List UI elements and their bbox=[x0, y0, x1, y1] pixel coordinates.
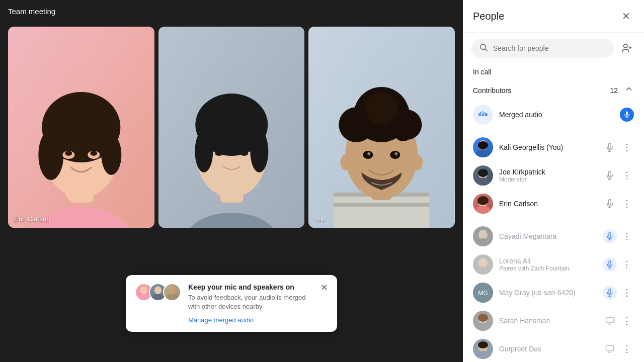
toast-content: Keep your mic and speakers on To avoid f… bbox=[188, 283, 313, 324]
video-tile-erin: Erin Carlson bbox=[8, 27, 154, 228]
gurpreet-screen-icon bbox=[603, 342, 617, 356]
svg-point-17 bbox=[195, 130, 213, 172]
participant-joe-subtitle: Moderator bbox=[499, 176, 597, 183]
participant-kali-actions: ⋮ bbox=[603, 140, 634, 154]
svg-point-9 bbox=[65, 151, 72, 156]
svg-point-36 bbox=[411, 154, 423, 170]
participant-sarah-actions: ⋮ bbox=[603, 314, 634, 328]
toast-close-button[interactable]: ✕ bbox=[320, 283, 328, 292]
toast-avatars bbox=[135, 283, 181, 301]
svg-point-86 bbox=[475, 323, 491, 331]
svg-point-64 bbox=[475, 177, 491, 186]
participant-kali: Kali Georgellis (You) ⋮ bbox=[467, 133, 640, 161]
lorena-more-button[interactable]: ⋮ bbox=[620, 257, 634, 272]
erin-more-button[interactable]: ⋮ bbox=[620, 197, 634, 211]
add-person-button[interactable] bbox=[618, 39, 636, 57]
merged-audio-item: Merged audio bbox=[467, 101, 640, 129]
participant-lorena-subtitle: Paired with Zach Fountain bbox=[499, 265, 597, 272]
participant-gurpreet-name: Gurpreet Das bbox=[499, 345, 597, 353]
toast-avatar-3 bbox=[163, 283, 181, 301]
svg-point-58 bbox=[478, 141, 488, 149]
svg-point-33 bbox=[349, 120, 369, 140]
svg-point-92 bbox=[475, 351, 491, 359]
svg-point-10 bbox=[90, 151, 97, 156]
svg-point-35 bbox=[341, 154, 353, 170]
people-panel: People ✕ In call Contributors 12 bbox=[463, 0, 644, 362]
divider-1 bbox=[473, 131, 634, 131]
participant-cayadi-actions: ⋮ bbox=[603, 229, 634, 243]
manage-merged-audio-link[interactable]: Manage merged audio bbox=[188, 316, 313, 324]
video-label-you: You bbox=[314, 215, 326, 223]
cayadi-more-button[interactable]: ⋮ bbox=[620, 229, 634, 243]
participant-sarah-info: Sarah Hansman bbox=[499, 317, 597, 325]
svg-point-46 bbox=[166, 294, 179, 300]
contributors-count: 12 bbox=[610, 86, 618, 95]
may-more-button[interactable]: ⋮ bbox=[620, 286, 634, 300]
chevron-up-icon[interactable] bbox=[624, 84, 634, 97]
participant-erin-info: Erin Carlson bbox=[499, 200, 597, 208]
may-mic-icon bbox=[603, 286, 617, 300]
svg-point-44 bbox=[152, 294, 165, 300]
svg-point-11 bbox=[65, 184, 87, 202]
avatar-may: MG bbox=[473, 283, 493, 303]
erin-download-icon bbox=[603, 197, 617, 211]
svg-point-85 bbox=[478, 314, 488, 322]
video-label-erin: Erin Carlson bbox=[14, 215, 50, 223]
lorena-mic-icon bbox=[603, 257, 617, 272]
svg-text:MG: MG bbox=[478, 290, 488, 297]
divider-2 bbox=[473, 220, 634, 220]
participant-cayadi: Cayadi Megantara ⋮ bbox=[467, 222, 640, 250]
participants-list: Merged audio bbox=[463, 101, 644, 362]
svg-rect-24 bbox=[334, 203, 430, 207]
joe-download-icon bbox=[603, 168, 617, 183]
participant-gurpreet-actions: ⋮ bbox=[603, 342, 634, 356]
contributors-section-header[interactable]: Contributors 12 bbox=[463, 80, 644, 101]
svg-point-49 bbox=[624, 44, 627, 48]
search-input[interactable] bbox=[493, 44, 606, 52]
video-tile-you: You bbox=[308, 27, 455, 228]
cayadi-mic-icon bbox=[603, 229, 617, 243]
section-header-right: 12 bbox=[610, 84, 634, 97]
participant-kali-name: Kali Georgellis (You) bbox=[499, 143, 597, 151]
search-box bbox=[471, 39, 614, 58]
merged-audio-name: Merged audio bbox=[499, 111, 614, 119]
kali-more-button[interactable]: ⋮ bbox=[620, 140, 634, 154]
participant-cayadi-name: Cayadi Megantara bbox=[499, 232, 597, 240]
search-area bbox=[463, 33, 644, 64]
avatar-kali bbox=[473, 137, 493, 157]
svg-rect-93 bbox=[606, 345, 614, 351]
svg-point-59 bbox=[475, 149, 491, 157]
participant-lorena-actions: ⋮ bbox=[603, 257, 634, 272]
participant-joe: Joe Kirkpatrick Moderator ⋮ bbox=[467, 161, 640, 190]
participant-lorena-name: Lorena Ali bbox=[499, 257, 597, 265]
svg-point-20 bbox=[240, 151, 248, 156]
merged-audio-info: Merged audio bbox=[499, 111, 614, 119]
participant-gurpreet: Gurpreet Das ⋮ bbox=[467, 335, 640, 362]
toast-title: Keep your mic and speakers on bbox=[188, 283, 313, 291]
merged-audio-icon bbox=[473, 105, 493, 125]
participant-erin-actions: ⋮ bbox=[603, 197, 634, 211]
toast-description: To avoid feedback, your audio is merged … bbox=[188, 293, 313, 311]
panel-close-button[interactable]: ✕ bbox=[618, 8, 634, 24]
svg-point-18 bbox=[250, 130, 268, 172]
svg-point-53 bbox=[482, 114, 484, 116]
merged-audio-actions bbox=[620, 108, 634, 122]
svg-point-32 bbox=[366, 92, 398, 124]
avatar-gurpreet bbox=[473, 339, 493, 359]
merged-audio-mic-button[interactable] bbox=[620, 108, 634, 122]
participant-sarah-name: Sarah Hansman bbox=[499, 317, 597, 325]
in-call-label: In call bbox=[463, 64, 644, 80]
sarah-more-button[interactable]: ⋮ bbox=[620, 314, 634, 328]
participant-lorena-info: Lorena Ali Paired with Zach Fountain bbox=[499, 257, 597, 272]
panel-header: People ✕ bbox=[463, 0, 644, 33]
svg-point-39 bbox=[368, 152, 371, 155]
svg-point-68 bbox=[477, 196, 489, 205]
svg-point-6 bbox=[101, 135, 121, 175]
gurpreet-more-button[interactable]: ⋮ bbox=[620, 342, 634, 356]
avatar-lorena bbox=[473, 254, 493, 275]
svg-point-91 bbox=[478, 341, 488, 348]
svg-point-43 bbox=[154, 286, 162, 294]
joe-more-button[interactable]: ⋮ bbox=[620, 168, 634, 183]
avatar-sarah bbox=[473, 311, 493, 331]
svg-rect-87 bbox=[606, 317, 614, 323]
